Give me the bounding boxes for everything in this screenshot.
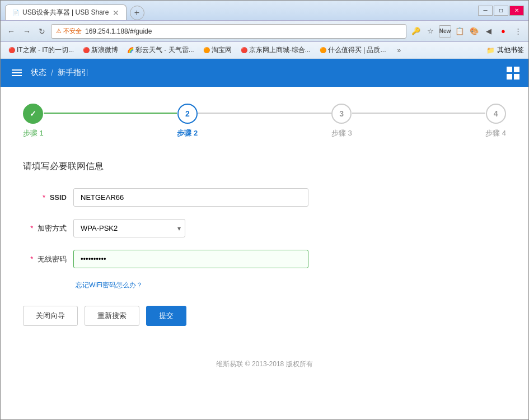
- page-content: 状态 / 新手指引 ✓ 步骤 1 2: [1, 59, 528, 419]
- bm-taobao-label: 淘宝网: [212, 45, 232, 55]
- ssid-label: * SSID: [23, 193, 73, 202]
- encrypt-label: * 加密方式: [23, 223, 73, 234]
- bm-it-icon: 🔴: [8, 47, 15, 53]
- step-2: 2 步骤 2: [177, 104, 198, 138]
- bm-weibo-label: 新浪微博: [91, 45, 118, 55]
- step-3: 3 步骤 3: [331, 104, 352, 138]
- bm-smzdm-label: 什么值得买 | 品质...: [328, 45, 386, 55]
- bm-caiyun-icon: 🌈: [127, 47, 134, 53]
- bookmark-smzdm[interactable]: 🟠 什么值得买 | 品质...: [316, 44, 390, 56]
- window-controls: ─ □ ✕: [478, 6, 524, 16]
- ssid-required-mark: *: [43, 193, 45, 202]
- bm-it-label: IT之家 - IT的一切...: [17, 45, 74, 55]
- url-text: 169.254.1.188/#/guide: [85, 27, 152, 35]
- toolbar-icons: 🔑 ☆ New 📋 🎨 ◀ ● ⋮: [410, 25, 524, 38]
- security-warning: ⚠ 不安全: [56, 27, 82, 35]
- step-1-label: 步骤 1: [23, 128, 44, 138]
- ssid-row: * SSID: [23, 188, 506, 207]
- encrypt-select[interactable]: WPA-PSK2 WPA-PSK WEP 无加密: [73, 219, 185, 237]
- button-row: 关闭向导 重新搜索 提交: [23, 306, 506, 326]
- bookmark-star-icon[interactable]: ☆: [424, 25, 437, 38]
- encrypt-select-wrapper: WPA-PSK2 WPA-PSK WEP 无加密 ▾: [73, 219, 185, 237]
- minimize-button[interactable]: ─: [478, 6, 493, 16]
- new-icon[interactable]: New: [439, 25, 451, 38]
- refresh-button[interactable]: ↻: [36, 26, 48, 37]
- submit-button[interactable]: 提交: [146, 306, 186, 326]
- bm-weibo-icon: 🔴: [83, 47, 90, 53]
- forward-button[interactable]: →: [21, 26, 33, 37]
- forgot-wifi-link[interactable]: 忘记WiFi密码怎么办？: [76, 281, 506, 290]
- ssid-label-text: SSID: [50, 193, 67, 202]
- security-text: 不安全: [63, 27, 82, 35]
- grid-view-icon[interactable]: [507, 67, 519, 80]
- bm-smzdm-icon: 🟠: [320, 47, 326, 53]
- bm-jd-label: 京东网上商城-综合...: [249, 45, 311, 55]
- step-line-2: [198, 113, 331, 114]
- extension-icon4[interactable]: ●: [497, 25, 509, 38]
- breadcrumb-separator: /: [51, 68, 53, 77]
- close-wizard-button[interactable]: 关闭向导: [23, 306, 78, 326]
- bookmarks-bar: 🔴 IT之家 - IT的一切... 🔴 新浪微博 🌈 彩云天气 - 天气雷...…: [1, 42, 528, 59]
- breadcrumb-current: 新手指引: [58, 68, 89, 78]
- password-label-text: 无线密码: [38, 255, 67, 263]
- ssid-input[interactable]: [73, 188, 308, 207]
- step-2-label: 步骤 2: [177, 128, 198, 138]
- warning-icon: ⚠: [56, 27, 62, 35]
- tab-favicon: 📄: [12, 10, 19, 16]
- close-button[interactable]: ✕: [509, 6, 524, 16]
- bm-caiyun-label: 彩云天气 - 天气雷...: [135, 45, 194, 55]
- form-title: 请填写必要联网信息: [23, 161, 506, 172]
- encrypt-required-mark: *: [30, 224, 33, 232]
- other-bookmarks[interactable]: 📁 其他书签: [486, 45, 524, 55]
- bookmark-caiyun[interactable]: 🌈 彩云天气 - 天气雷...: [124, 44, 198, 56]
- active-tab[interactable]: 📄 USB设备共享器 | USB Share ✕: [5, 4, 127, 20]
- bookmark-weibo[interactable]: 🔴 新浪微博: [79, 44, 121, 56]
- bm-taobao-icon: 🟠: [203, 47, 210, 53]
- password-input[interactable]: [73, 250, 308, 268]
- steps-container: ✓ 步骤 1 2 步骤 2 3 步骤 3 4 步骤 4: [23, 104, 506, 138]
- new-tab-button[interactable]: +: [130, 6, 144, 20]
- step-3-circle: 3: [331, 104, 352, 124]
- step-4: 4 步骤 4: [485, 104, 506, 138]
- back-button[interactable]: ←: [5, 26, 17, 37]
- password-label: * 无线密码: [23, 254, 73, 264]
- menu-icon[interactable]: ⋮: [512, 25, 524, 38]
- address-box[interactable]: ⚠ 不安全 169.254.1.188/#/guide: [51, 24, 406, 39]
- tab-close-button[interactable]: ✕: [113, 8, 119, 17]
- password-icon[interactable]: 🔑: [410, 25, 422, 38]
- step-4-label: 步骤 4: [485, 128, 506, 138]
- step-3-label: 步骤 3: [331, 128, 352, 138]
- hamburger-menu[interactable]: [10, 67, 24, 78]
- extension-icon2[interactable]: 🎨: [468, 25, 480, 38]
- wizard-body: ✓ 步骤 1 2 步骤 2 3 步骤 3 4 步骤 4: [1, 87, 528, 419]
- encrypt-label-text: 加密方式: [38, 224, 67, 232]
- bookmark-jd[interactable]: 🔴 京东网上商城-综合...: [237, 44, 314, 56]
- extension-icon1[interactable]: 📋: [453, 25, 466, 38]
- step-4-circle: 4: [486, 104, 506, 124]
- app-header: 状态 / 新手指引: [1, 59, 528, 87]
- other-bookmarks-label: 其他书签: [497, 45, 524, 55]
- breadcrumb: 状态 / 新手指引: [31, 68, 89, 78]
- rescan-button[interactable]: 重新搜索: [85, 306, 139, 326]
- tab-area: 📄 USB设备共享器 | USB Share ✕ +: [5, 1, 470, 20]
- step-line-1: [44, 113, 177, 114]
- folder-icon: 📁: [486, 46, 495, 54]
- bookmarks-more-button[interactable]: »: [394, 45, 404, 55]
- title-bar: 📄 USB设备共享器 | USB Share ✕ + ─ □ ✕: [1, 1, 528, 21]
- password-row: * 无线密码: [23, 250, 506, 268]
- bm-jd-icon: 🔴: [241, 47, 247, 53]
- step-1-circle: ✓: [23, 104, 43, 124]
- bookmark-it[interactable]: 🔴 IT之家 - IT的一切...: [5, 44, 77, 56]
- step-1: ✓ 步骤 1: [23, 104, 44, 138]
- bookmark-taobao[interactable]: 🟠 淘宝网: [200, 44, 235, 56]
- breadcrumb-root[interactable]: 状态: [31, 68, 46, 78]
- maximize-button[interactable]: □: [494, 6, 508, 16]
- footer-text: 维斯易联 © 2013-2018 版权所有: [23, 360, 506, 369]
- encrypt-row: * 加密方式 WPA-PSK2 WPA-PSK WEP 无加密 ▾: [23, 219, 506, 237]
- tab-title: USB设备共享器 | USB Share: [22, 8, 109, 17]
- step-2-circle: 2: [177, 104, 198, 124]
- password-required-mark: *: [30, 255, 33, 263]
- step-line-3: [352, 113, 486, 114]
- extension-icon3[interactable]: ◀: [483, 25, 495, 38]
- address-bar: ← → ↻ ⚠ 不安全 169.254.1.188/#/guide 🔑 ☆ Ne…: [1, 21, 528, 42]
